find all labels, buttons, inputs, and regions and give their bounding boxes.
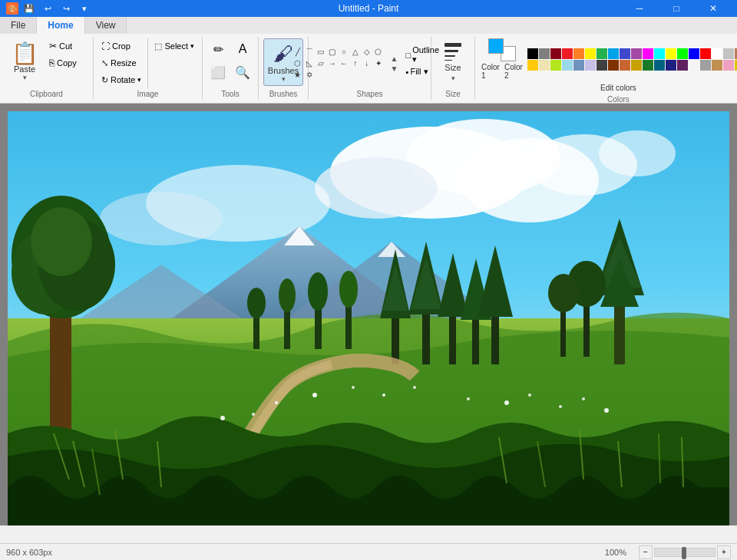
color1-label[interactable]: Color 1 bbox=[480, 62, 501, 81]
swatch-red2[interactable] bbox=[700, 48, 711, 59]
qa-dropdown-btn[interactable]: ▾ bbox=[77, 2, 92, 15]
shape-parallelogram[interactable]: ▱ bbox=[316, 58, 326, 69]
eraser-tool[interactable]: ⬜ bbox=[207, 61, 229, 83]
swatch-blue2[interactable] bbox=[689, 48, 699, 59]
swatch-darkgray[interactable] bbox=[597, 60, 607, 71]
zoom-slider[interactable] bbox=[654, 548, 716, 557]
shape-arrow-d[interactable]: ↓ bbox=[362, 58, 372, 69]
rotate-dropdown[interactable]: ▾ bbox=[137, 76, 141, 84]
swatch-red[interactable] bbox=[562, 48, 573, 59]
paint-canvas[interactable] bbox=[8, 111, 729, 525]
swatch-darkred[interactable] bbox=[550, 48, 561, 59]
text-tool[interactable]: A bbox=[232, 38, 253, 60]
shapes-scroll-up[interactable]: ▲ bbox=[391, 54, 398, 63]
shape-rect[interactable]: ▭ bbox=[316, 47, 326, 58]
swatch-sienna[interactable] bbox=[608, 60, 619, 71]
swatch-plum[interactable] bbox=[677, 60, 688, 71]
tab-home[interactable]: Home bbox=[37, 17, 84, 34]
paste-button[interactable]: 📋 Paste ▾ bbox=[5, 38, 45, 86]
color2-label[interactable]: Color 2 bbox=[503, 62, 524, 81]
swatch-navy[interactable] bbox=[666, 60, 676, 71]
shape-triangle[interactable]: △ bbox=[350, 47, 361, 58]
swatch-rust[interactable] bbox=[620, 60, 630, 71]
select-dropdown[interactable]: ▾ bbox=[190, 42, 194, 50]
swatch-fuchsia[interactable] bbox=[643, 48, 653, 59]
zoom-tool[interactable]: 🔍 bbox=[232, 61, 253, 83]
swatch-lime2[interactable] bbox=[550, 60, 561, 71]
swatch-orange[interactable] bbox=[573, 48, 584, 59]
svg-point-47 bbox=[548, 274, 579, 312]
pencil-tool[interactable]: ✏ bbox=[207, 38, 229, 60]
shape-curve[interactable]: ⌒ bbox=[304, 47, 315, 58]
zoom-in-btn[interactable]: + bbox=[717, 545, 731, 559]
swatch-green[interactable] bbox=[597, 48, 607, 59]
shape-diamond[interactable]: ◇ bbox=[362, 47, 372, 58]
swatch-gray[interactable] bbox=[539, 48, 550, 59]
edit-colors-btn[interactable]: Edit colors bbox=[597, 82, 640, 94]
swatch-cyan[interactable] bbox=[654, 48, 665, 59]
brushes-group-label: Brushes bbox=[269, 88, 298, 98]
paste-dropdown[interactable]: ▾ bbox=[23, 74, 27, 81]
swatch-teal[interactable] bbox=[654, 60, 665, 71]
shape-right-tri[interactable]: ◺ bbox=[304, 58, 315, 69]
shapes-scroll-down[interactable]: ▼ bbox=[391, 64, 398, 73]
tab-view[interactable]: View bbox=[85, 17, 127, 34]
rotate-button[interactable]: ↻ Rotate ▾ bbox=[98, 72, 144, 87]
shape-star5[interactable]: ★ bbox=[292, 70, 303, 81]
swatch-black[interactable] bbox=[527, 48, 538, 59]
minimize-btn[interactable]: ─ bbox=[622, 0, 657, 17]
select-button[interactable]: ⬚ Select ▾ bbox=[151, 38, 197, 54]
shape-hexagon[interactable]: ⬡ bbox=[292, 58, 303, 69]
shape-round-rect[interactable]: ▢ bbox=[327, 47, 338, 58]
shape-arrow-u[interactable]: ↑ bbox=[350, 58, 361, 69]
swatch-purple[interactable] bbox=[631, 48, 642, 59]
resize-button[interactable]: ⤡ Resize bbox=[98, 55, 144, 71]
swatch-tan[interactable] bbox=[712, 60, 722, 71]
shape-arrow-r[interactable]: → bbox=[327, 58, 338, 69]
swatch-rose[interactable] bbox=[723, 60, 734, 71]
color1-box[interactable] bbox=[488, 38, 504, 54]
size-line-4 bbox=[445, 60, 452, 61]
shape-ellipse[interactable]: ○ bbox=[339, 47, 349, 58]
swatch-steelblue[interactable] bbox=[573, 60, 584, 71]
tools-items: ✏ A ⬜ 🔍 bbox=[207, 38, 253, 88]
rotate-label: Rotate bbox=[111, 75, 135, 84]
brushes-dropdown[interactable]: ▾ bbox=[282, 75, 286, 83]
shape-star6[interactable]: ✡ bbox=[304, 70, 315, 81]
size-button[interactable]: Size ▾ bbox=[436, 38, 470, 86]
swatch-midgray[interactable] bbox=[700, 60, 711, 71]
zoom-controls[interactable]: − + bbox=[639, 545, 731, 559]
save-quick-btn[interactable]: 💾 bbox=[21, 2, 37, 15]
shapes-items: ╱ ⌒ ▭ ▢ ○ △ ◇ ⬠ ⬡ ◺ ▱ → ← ↑ ↓ ✦ bbox=[292, 38, 447, 88]
swatch-gold[interactable] bbox=[527, 60, 538, 71]
outline-icon: □ bbox=[406, 51, 411, 60]
swatch-lightgray[interactable] bbox=[723, 48, 734, 59]
swatch-lavender[interactable] bbox=[585, 60, 596, 71]
copy-button[interactable]: ⎘ Copy bbox=[46, 55, 88, 71]
swatch-lime[interactable] bbox=[677, 48, 688, 59]
swatch-nearwhite[interactable] bbox=[689, 60, 699, 71]
shape-star4[interactable]: ✦ bbox=[373, 58, 384, 69]
swatch-lightblue[interactable] bbox=[562, 60, 573, 71]
shape-pentagon[interactable]: ⬠ bbox=[373, 47, 384, 58]
size-dropdown[interactable]: ▾ bbox=[451, 74, 455, 82]
swatch-blue[interactable] bbox=[608, 48, 619, 59]
swatch-indigo[interactable] bbox=[620, 48, 630, 59]
swatch-olive[interactable] bbox=[631, 60, 642, 71]
canvas-area[interactable] bbox=[0, 104, 737, 525]
zoom-out-btn[interactable]: − bbox=[639, 545, 653, 559]
shape-line[interactable]: ╱ bbox=[292, 47, 303, 58]
swatch-yellow[interactable] bbox=[585, 48, 596, 59]
tab-file[interactable]: File bbox=[0, 17, 37, 34]
swatch-white[interactable] bbox=[712, 48, 722, 59]
maximize-btn[interactable]: □ bbox=[659, 0, 694, 17]
close-btn[interactable]: ✕ bbox=[696, 0, 731, 17]
cut-button[interactable]: ✂ Cut bbox=[46, 38, 88, 54]
shape-arrow-l[interactable]: ← bbox=[339, 58, 349, 69]
swatch-cream[interactable] bbox=[539, 60, 550, 71]
swatch-yellow2[interactable] bbox=[666, 48, 676, 59]
redo-quick-btn[interactable]: ↪ bbox=[58, 2, 74, 15]
undo-quick-btn[interactable]: ↩ bbox=[40, 2, 55, 15]
swatch-darkgreen[interactable] bbox=[643, 60, 653, 71]
crop-button[interactable]: ⛶ Crop bbox=[98, 38, 144, 54]
